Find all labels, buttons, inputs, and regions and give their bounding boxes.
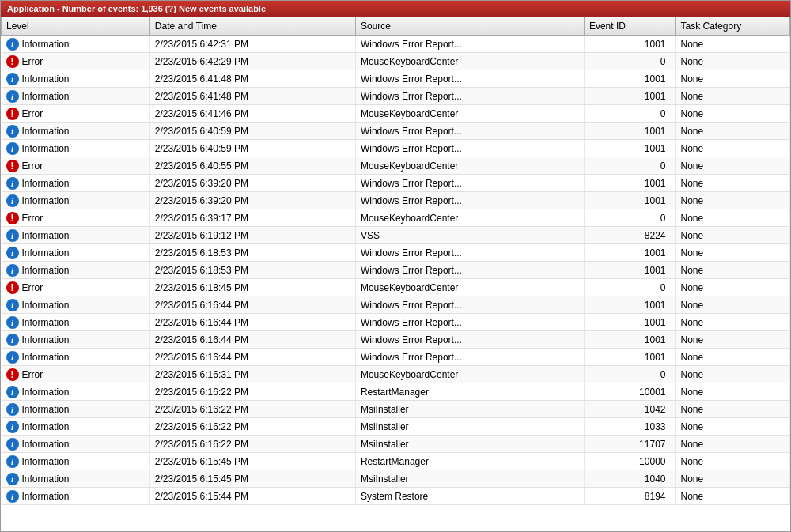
table-row[interactable]: iInformation2/23/2015 6:19:12 PMVSS8224N…	[2, 227, 790, 244]
level-cell: iInformation	[2, 192, 150, 209]
col-header-source[interactable]: Source	[355, 17, 584, 36]
event-table: Level Date and Time Source Event ID Task…	[1, 17, 790, 505]
table-wrapper[interactable]: Level Date and Time Source Event ID Task…	[1, 17, 790, 531]
level-text: Information	[22, 334, 70, 345]
table-row[interactable]: iInformation2/23/2015 6:15:45 PMMsiInsta…	[2, 470, 790, 488]
level-cell: !Error	[2, 279, 150, 296]
table-row[interactable]: !Error2/23/2015 6:40:55 PMMouseKeyboardC…	[2, 157, 790, 175]
table-row[interactable]: iInformation2/23/2015 6:39:20 PMWindows …	[2, 175, 790, 192]
level-cell: iInformation	[2, 349, 150, 366]
table-row[interactable]: iInformation2/23/2015 6:16:44 PMWindows …	[2, 331, 790, 349]
table-row[interactable]: iInformation2/23/2015 6:16:22 PMMsiInsta…	[2, 436, 790, 453]
taskcategory-cell: None	[676, 314, 790, 331]
taskcategory-cell: None	[676, 140, 790, 157]
level-text: Information	[22, 247, 70, 258]
col-header-level[interactable]: Level	[2, 17, 150, 36]
level-text: Error	[22, 282, 44, 293]
table-row[interactable]: iInformation2/23/2015 6:18:53 PMWindows …	[2, 244, 790, 262]
info-icon: i	[6, 334, 19, 346]
table-row[interactable]: iInformation2/23/2015 6:16:44 PMWindows …	[2, 296, 790, 314]
level-cell: iInformation	[2, 488, 150, 505]
table-row[interactable]: iInformation2/23/2015 6:16:44 PMWindows …	[2, 314, 790, 331]
table-row[interactable]: iInformation2/23/2015 6:16:22 PMRestartM…	[2, 383, 790, 401]
eventid-cell: 0	[584, 366, 676, 383]
info-icon: i	[6, 264, 19, 277]
table-row[interactable]: iInformation2/23/2015 6:42:31 PMWindows …	[2, 36, 790, 53]
source-cell: Windows Error Report...	[355, 70, 584, 88]
source-cell: Windows Error Report...	[355, 314, 584, 331]
col-header-eventid[interactable]: Event ID	[584, 17, 676, 36]
source-cell: Windows Error Report...	[355, 349, 584, 366]
eventid-cell: 1001	[584, 175, 676, 192]
level-cell: iInformation	[2, 140, 150, 157]
datetime-cell: 2/23/2015 6:16:31 PM	[149, 366, 355, 383]
col-header-taskcategory[interactable]: Task Category	[676, 17, 790, 36]
level-text: Information	[22, 39, 70, 50]
table-row[interactable]: iInformation2/23/2015 6:41:48 PMWindows …	[2, 88, 790, 105]
info-icon: i	[6, 247, 19, 259]
table-row[interactable]: iInformation2/23/2015 6:16:22 PMMsiInsta…	[2, 401, 790, 418]
taskcategory-cell: None	[676, 105, 790, 123]
eventid-cell: 10001	[584, 383, 676, 401]
info-icon: i	[6, 316, 19, 329]
eventid-cell: 1033	[584, 418, 676, 436]
taskcategory-cell: None	[676, 70, 790, 88]
error-icon: !	[6, 368, 19, 381]
info-icon: i	[6, 73, 19, 85]
table-row[interactable]: !Error2/23/2015 6:42:29 PMMouseKeyboardC…	[2, 53, 790, 70]
taskcategory-cell: None	[676, 383, 790, 401]
error-icon: !	[6, 55, 19, 68]
level-cell: iInformation	[2, 88, 150, 105]
taskcategory-cell: None	[676, 488, 790, 505]
table-row[interactable]: iInformation2/23/2015 6:15:45 PMRestartM…	[2, 453, 790, 470]
table-row[interactable]: !Error2/23/2015 6:41:46 PMMouseKeyboardC…	[2, 105, 790, 123]
eventid-cell: 1001	[584, 88, 676, 105]
datetime-cell: 2/23/2015 6:16:44 PM	[149, 296, 355, 314]
table-row[interactable]: !Error2/23/2015 6:16:31 PMMouseKeyboardC…	[2, 366, 790, 383]
table-row[interactable]: iInformation2/23/2015 6:18:53 PMWindows …	[2, 262, 790, 279]
level-text: Information	[22, 300, 70, 311]
datetime-cell: 2/23/2015 6:39:20 PM	[149, 192, 355, 209]
level-text: Information	[22, 265, 70, 276]
level-text: Information	[22, 491, 70, 502]
table-body: iInformation2/23/2015 6:42:31 PMWindows …	[2, 36, 790, 505]
datetime-cell: 2/23/2015 6:39:20 PM	[149, 175, 355, 192]
table-row[interactable]: iInformation2/23/2015 6:40:59 PMWindows …	[2, 123, 790, 140]
level-cell: iInformation	[2, 401, 150, 418]
level-cell: !Error	[2, 53, 150, 70]
eventid-cell: 1001	[584, 123, 676, 140]
datetime-cell: 2/23/2015 6:16:22 PM	[149, 436, 355, 453]
datetime-cell: 2/23/2015 6:41:46 PM	[149, 105, 355, 123]
table-row[interactable]: iInformation2/23/2015 6:41:48 PMWindows …	[2, 70, 790, 88]
level-cell: iInformation	[2, 123, 150, 140]
col-header-datetime[interactable]: Date and Time	[149, 17, 355, 36]
datetime-cell: 2/23/2015 6:16:22 PM	[149, 418, 355, 436]
taskcategory-cell: None	[676, 331, 790, 349]
table-row[interactable]: iInformation2/23/2015 6:40:59 PMWindows …	[2, 140, 790, 157]
level-cell: iInformation	[2, 314, 150, 331]
eventid-cell: 1001	[584, 36, 676, 53]
level-text: Information	[22, 421, 70, 432]
level-text: Information	[22, 143, 70, 154]
info-icon: i	[6, 229, 19, 242]
table-row[interactable]: iInformation2/23/2015 6:16:44 PMWindows …	[2, 349, 790, 366]
table-row[interactable]: iInformation2/23/2015 6:15:44 PMSystem R…	[2, 488, 790, 505]
table-row[interactable]: iInformation2/23/2015 6:16:22 PMMsiInsta…	[2, 418, 790, 436]
table-row[interactable]: !Error2/23/2015 6:39:17 PMMouseKeyboardC…	[2, 209, 790, 227]
level-cell: iInformation	[2, 470, 150, 488]
level-text: Information	[22, 74, 70, 85]
eventid-cell: 1042	[584, 401, 676, 418]
table-row[interactable]: !Error2/23/2015 6:18:45 PMMouseKeyboardC…	[2, 279, 790, 296]
level-cell: !Error	[2, 157, 150, 175]
level-cell: iInformation	[2, 36, 150, 53]
datetime-cell: 2/23/2015 6:41:48 PM	[149, 88, 355, 105]
source-cell: Windows Error Report...	[355, 140, 584, 157]
level-cell: iInformation	[2, 296, 150, 314]
info-icon: i	[6, 386, 19, 398]
taskcategory-cell: None	[676, 244, 790, 262]
datetime-cell: 2/23/2015 6:42:29 PM	[149, 53, 355, 70]
table-row[interactable]: iInformation2/23/2015 6:39:20 PMWindows …	[2, 192, 790, 209]
datetime-cell: 2/23/2015 6:16:44 PM	[149, 314, 355, 331]
datetime-cell: 2/23/2015 6:40:59 PM	[149, 140, 355, 157]
eventid-cell: 1001	[584, 296, 676, 314]
